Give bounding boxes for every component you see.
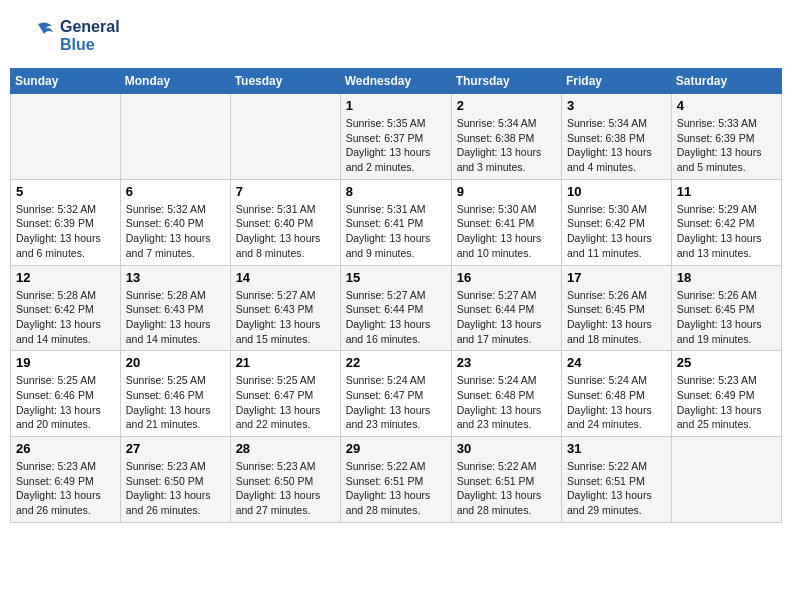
day-number: 22 <box>346 355 446 370</box>
calendar-cell: 24Sunrise: 5:24 AMSunset: 6:48 PMDayligh… <box>562 351 672 437</box>
logo-container: General Blue <box>20 18 120 54</box>
calendar-cell: 22Sunrise: 5:24 AMSunset: 6:47 PMDayligh… <box>340 351 451 437</box>
day-info: Sunrise: 5:34 AMSunset: 6:38 PMDaylight:… <box>567 116 666 175</box>
day-number: 25 <box>677 355 776 370</box>
day-info: Sunrise: 5:32 AMSunset: 6:39 PMDaylight:… <box>16 202 115 261</box>
day-info: Sunrise: 5:23 AMSunset: 6:50 PMDaylight:… <box>126 459 225 518</box>
col-header-saturday: Saturday <box>671 69 781 94</box>
day-number: 2 <box>457 98 556 113</box>
day-number: 23 <box>457 355 556 370</box>
day-number: 27 <box>126 441 225 456</box>
col-header-tuesday: Tuesday <box>230 69 340 94</box>
calendar-cell <box>11 94 121 180</box>
calendar-cell: 29Sunrise: 5:22 AMSunset: 6:51 PMDayligh… <box>340 437 451 523</box>
day-number: 19 <box>16 355 115 370</box>
calendar-cell: 23Sunrise: 5:24 AMSunset: 6:48 PMDayligh… <box>451 351 561 437</box>
day-info: Sunrise: 5:24 AMSunset: 6:47 PMDaylight:… <box>346 373 446 432</box>
col-header-friday: Friday <box>562 69 672 94</box>
day-number: 12 <box>16 270 115 285</box>
day-number: 1 <box>346 98 446 113</box>
day-number: 5 <box>16 184 115 199</box>
day-number: 16 <box>457 270 556 285</box>
day-info: Sunrise: 5:35 AMSunset: 6:37 PMDaylight:… <box>346 116 446 175</box>
day-number: 17 <box>567 270 666 285</box>
day-info: Sunrise: 5:22 AMSunset: 6:51 PMDaylight:… <box>567 459 666 518</box>
day-info: Sunrise: 5:25 AMSunset: 6:46 PMDaylight:… <box>126 373 225 432</box>
day-info: Sunrise: 5:27 AMSunset: 6:44 PMDaylight:… <box>346 288 446 347</box>
day-info: Sunrise: 5:30 AMSunset: 6:41 PMDaylight:… <box>457 202 556 261</box>
day-info: Sunrise: 5:25 AMSunset: 6:47 PMDaylight:… <box>236 373 335 432</box>
day-number: 11 <box>677 184 776 199</box>
calendar-cell <box>120 94 230 180</box>
calendar-table: SundayMondayTuesdayWednesdayThursdayFrid… <box>10 68 782 523</box>
day-number: 6 <box>126 184 225 199</box>
day-info: Sunrise: 5:26 AMSunset: 6:45 PMDaylight:… <box>567 288 666 347</box>
calendar-cell: 3Sunrise: 5:34 AMSunset: 6:38 PMDaylight… <box>562 94 672 180</box>
calendar-cell: 18Sunrise: 5:26 AMSunset: 6:45 PMDayligh… <box>671 265 781 351</box>
day-number: 10 <box>567 184 666 199</box>
day-info: Sunrise: 5:28 AMSunset: 6:42 PMDaylight:… <box>16 288 115 347</box>
day-info: Sunrise: 5:25 AMSunset: 6:46 PMDaylight:… <box>16 373 115 432</box>
day-info: Sunrise: 5:31 AMSunset: 6:41 PMDaylight:… <box>346 202 446 261</box>
calendar-cell: 16Sunrise: 5:27 AMSunset: 6:44 PMDayligh… <box>451 265 561 351</box>
calendar-cell: 6Sunrise: 5:32 AMSunset: 6:40 PMDaylight… <box>120 179 230 265</box>
page-header: General Blue <box>10 10 782 60</box>
calendar-cell: 15Sunrise: 5:27 AMSunset: 6:44 PMDayligh… <box>340 265 451 351</box>
calendar-cell: 17Sunrise: 5:26 AMSunset: 6:45 PMDayligh… <box>562 265 672 351</box>
day-number: 20 <box>126 355 225 370</box>
logo-text: General Blue <box>60 18 120 53</box>
day-info: Sunrise: 5:32 AMSunset: 6:40 PMDaylight:… <box>126 202 225 261</box>
day-number: 21 <box>236 355 335 370</box>
calendar-cell: 20Sunrise: 5:25 AMSunset: 6:46 PMDayligh… <box>120 351 230 437</box>
calendar-cell: 19Sunrise: 5:25 AMSunset: 6:46 PMDayligh… <box>11 351 121 437</box>
calendar-cell <box>671 437 781 523</box>
day-number: 18 <box>677 270 776 285</box>
col-header-wednesday: Wednesday <box>340 69 451 94</box>
calendar-cell: 5Sunrise: 5:32 AMSunset: 6:39 PMDaylight… <box>11 179 121 265</box>
calendar-cell: 30Sunrise: 5:22 AMSunset: 6:51 PMDayligh… <box>451 437 561 523</box>
day-info: Sunrise: 5:27 AMSunset: 6:44 PMDaylight:… <box>457 288 556 347</box>
calendar-cell: 2Sunrise: 5:34 AMSunset: 6:38 PMDaylight… <box>451 94 561 180</box>
calendar-cell: 13Sunrise: 5:28 AMSunset: 6:43 PMDayligh… <box>120 265 230 351</box>
calendar-cell: 28Sunrise: 5:23 AMSunset: 6:50 PMDayligh… <box>230 437 340 523</box>
day-info: Sunrise: 5:30 AMSunset: 6:42 PMDaylight:… <box>567 202 666 261</box>
day-info: Sunrise: 5:22 AMSunset: 6:51 PMDaylight:… <box>346 459 446 518</box>
calendar-cell: 1Sunrise: 5:35 AMSunset: 6:37 PMDaylight… <box>340 94 451 180</box>
day-number: 3 <box>567 98 666 113</box>
day-number: 4 <box>677 98 776 113</box>
day-info: Sunrise: 5:23 AMSunset: 6:49 PMDaylight:… <box>677 373 776 432</box>
day-number: 26 <box>16 441 115 456</box>
day-info: Sunrise: 5:28 AMSunset: 6:43 PMDaylight:… <box>126 288 225 347</box>
day-info: Sunrise: 5:23 AMSunset: 6:50 PMDaylight:… <box>236 459 335 518</box>
calendar-cell: 4Sunrise: 5:33 AMSunset: 6:39 PMDaylight… <box>671 94 781 180</box>
day-number: 30 <box>457 441 556 456</box>
day-info: Sunrise: 5:24 AMSunset: 6:48 PMDaylight:… <box>457 373 556 432</box>
day-number: 9 <box>457 184 556 199</box>
day-info: Sunrise: 5:26 AMSunset: 6:45 PMDaylight:… <box>677 288 776 347</box>
day-number: 13 <box>126 270 225 285</box>
day-number: 14 <box>236 270 335 285</box>
day-number: 8 <box>346 184 446 199</box>
day-info: Sunrise: 5:29 AMSunset: 6:42 PMDaylight:… <box>677 202 776 261</box>
calendar-cell: 21Sunrise: 5:25 AMSunset: 6:47 PMDayligh… <box>230 351 340 437</box>
day-info: Sunrise: 5:31 AMSunset: 6:40 PMDaylight:… <box>236 202 335 261</box>
day-info: Sunrise: 5:34 AMSunset: 6:38 PMDaylight:… <box>457 116 556 175</box>
day-info: Sunrise: 5:33 AMSunset: 6:39 PMDaylight:… <box>677 116 776 175</box>
calendar-cell <box>230 94 340 180</box>
calendar-cell: 10Sunrise: 5:30 AMSunset: 6:42 PMDayligh… <box>562 179 672 265</box>
day-number: 31 <box>567 441 666 456</box>
logo-icon <box>20 18 56 54</box>
calendar-cell: 9Sunrise: 5:30 AMSunset: 6:41 PMDaylight… <box>451 179 561 265</box>
calendar-cell: 31Sunrise: 5:22 AMSunset: 6:51 PMDayligh… <box>562 437 672 523</box>
calendar-cell: 27Sunrise: 5:23 AMSunset: 6:50 PMDayligh… <box>120 437 230 523</box>
day-number: 15 <box>346 270 446 285</box>
logo: General Blue <box>20 18 120 54</box>
day-info: Sunrise: 5:23 AMSunset: 6:49 PMDaylight:… <box>16 459 115 518</box>
calendar-cell: 25Sunrise: 5:23 AMSunset: 6:49 PMDayligh… <box>671 351 781 437</box>
day-number: 29 <box>346 441 446 456</box>
day-info: Sunrise: 5:27 AMSunset: 6:43 PMDaylight:… <box>236 288 335 347</box>
calendar-cell: 14Sunrise: 5:27 AMSunset: 6:43 PMDayligh… <box>230 265 340 351</box>
day-info: Sunrise: 5:22 AMSunset: 6:51 PMDaylight:… <box>457 459 556 518</box>
calendar-cell: 7Sunrise: 5:31 AMSunset: 6:40 PMDaylight… <box>230 179 340 265</box>
calendar-cell: 11Sunrise: 5:29 AMSunset: 6:42 PMDayligh… <box>671 179 781 265</box>
